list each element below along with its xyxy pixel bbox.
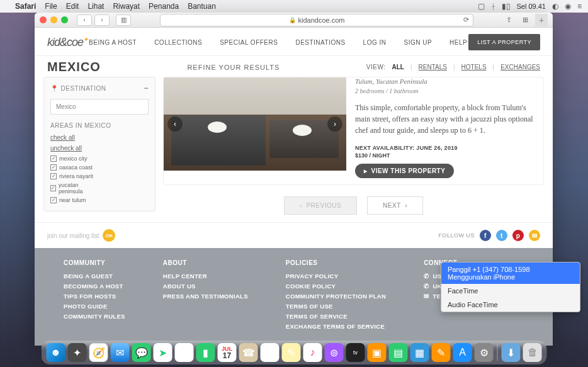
newsletter-submit-button[interactable]: OK [103, 229, 115, 242]
nav-collections[interactable]: COLLECTIONS [154, 39, 202, 46]
tab-all[interactable]: ALL [392, 64, 404, 71]
menubar-item[interactable]: Penanda [149, 2, 179, 11]
footer-link[interactable]: COMMUNITY RULES [64, 313, 125, 320]
dock-books-icon[interactable]: ▣ [368, 343, 387, 362]
dock-reminders-icon[interactable]: ≡ [261, 343, 280, 362]
share-icon[interactable]: ⇪ [502, 15, 515, 25]
footer-link[interactable]: PRIVACY POLICY [286, 273, 386, 279]
menubar-clock[interactable]: Sel 09.41 [517, 3, 546, 10]
footer-link[interactable]: PRESS AND TESTIMONIALS [163, 293, 248, 300]
nav-log-in[interactable]: LOG IN [363, 39, 387, 46]
dock-keynote-icon[interactable]: ▦ [410, 343, 429, 362]
dock-notes-icon[interactable]: ✎ [282, 343, 301, 362]
facebook-icon[interactable]: f [480, 230, 491, 241]
nav-destinations[interactable]: DESTINATIONS [295, 39, 345, 46]
collapse-icon[interactable]: − [144, 84, 149, 93]
footer-link[interactable]: TERMS OF SERVICE [286, 313, 386, 320]
next-page-button[interactable]: NEXT › [367, 196, 423, 215]
dock-trash-icon[interactable]: 🗑 [523, 343, 542, 362]
battery-icon[interactable]: ▮▯ [502, 2, 511, 11]
tab-exchanges[interactable]: EXCHANGES [500, 64, 540, 71]
spotlight-icon[interactable]: ◐ [552, 2, 558, 11]
site-logo[interactable]: kid&coe✦ [47, 36, 88, 49]
dock-appstore-icon[interactable]: A [453, 343, 472, 362]
dock-tv-icon[interactable]: tv [346, 343, 365, 362]
close-window-button[interactable] [40, 16, 47, 23]
footer-link[interactable]: BECOMING A HOST [64, 283, 125, 290]
dock-photos-icon[interactable]: ✿ [175, 343, 194, 362]
menubar-app[interactable]: Safari [15, 2, 36, 11]
pinterest-icon[interactable]: p [512, 230, 524, 241]
footer-link[interactable]: COOKIE POLICY [286, 283, 386, 290]
footer-link[interactable]: EXCHANGE TERMS OF SERVICE [286, 323, 386, 330]
notification-center-icon[interactable]: ≡ [577, 2, 582, 11]
menubar-item[interactable]: Riwayat [113, 2, 140, 11]
mail-icon[interactable]: ✉ [529, 230, 540, 241]
dock-pages-icon[interactable]: ✎ [432, 343, 451, 362]
forward-button[interactable]: › [94, 14, 110, 26]
footer-link[interactable]: BEING A GUEST [64, 273, 125, 279]
dock-podcasts-icon[interactable]: ⊚ [325, 343, 344, 362]
dock-downloads-icon[interactable]: ⬇ [502, 343, 521, 362]
dock-launchpad-icon[interactable]: ✦ [68, 343, 87, 362]
nav-being-a-host[interactable]: BEING A HOST [89, 39, 137, 46]
menubar-item[interactable]: Lihat [88, 2, 104, 11]
nav-sign-up[interactable]: SIGN UP [404, 39, 432, 46]
tab-hotels[interactable]: HOTELS [461, 64, 487, 71]
sidebar-toggle-button[interactable]: ▥ [116, 14, 131, 26]
dock-maps-icon[interactable]: ➤ [154, 343, 172, 362]
destination-input[interactable] [50, 99, 149, 115]
check-oaxaca-coast[interactable]: ✓oaxaca coast [50, 164, 98, 171]
menubar-item[interactable]: File [45, 2, 57, 11]
dock-mail-icon[interactable]: ✉ [111, 343, 130, 362]
reload-icon[interactable]: ⟳ [463, 16, 469, 24]
wifi-icon[interactable]: ⟊ [491, 2, 495, 11]
nav-help[interactable]: HELP [449, 39, 467, 46]
siri-icon[interactable]: ◉ [565, 2, 571, 11]
ctx-audio-facetime[interactable]: Audio FaceTime [441, 298, 580, 312]
site-header: kid&coe✦ BEING A HOST COLLECTIONS SPECIA… [35, 28, 553, 56]
check-near-tulum[interactable]: ✓near tulum [50, 197, 98, 203]
carousel-prev-button[interactable]: ‹ [167, 116, 183, 132]
check-yucatan-peninsula[interactable]: ✓yucatan peninsula [50, 182, 98, 195]
dock-preferences-icon[interactable]: ⚙ [475, 343, 494, 362]
footer-link[interactable]: ABOUT US [163, 283, 248, 290]
dock-facetime-icon[interactable]: ▮ [196, 343, 215, 362]
dock-safari-icon[interactable]: 🧭 [89, 343, 108, 362]
ctx-call-iphone[interactable]: Panggil +1 (347) 708-1598 Menggunakan iP… [441, 263, 580, 284]
dock-numbers-icon[interactable]: ▤ [389, 343, 408, 362]
check-mexico-city[interactable]: ✓mexico city [50, 155, 98, 162]
tabs-icon[interactable]: ⊞ [519, 15, 531, 25]
nav-special-offers[interactable]: SPECIAL OFFERS [220, 39, 278, 46]
carousel-next-button[interactable]: › [327, 116, 342, 132]
twitter-icon[interactable]: t [496, 230, 507, 241]
footer-link[interactable]: HELP CENTER [163, 273, 248, 279]
minimize-window-button[interactable] [50, 16, 57, 23]
uncheck-all-link[interactable]: uncheck all [50, 145, 149, 152]
airplay-icon[interactable]: ▢ [478, 2, 485, 11]
footer-link[interactable]: TERMS OF USE [286, 303, 386, 310]
tab-rentals[interactable]: RENTALS [419, 64, 447, 71]
back-button[interactable]: ‹ [77, 14, 92, 26]
check-all-link[interactable]: check all [50, 134, 149, 141]
footer-link[interactable]: TIPS FOR HOSTS [64, 293, 125, 300]
list-property-button[interactable]: LIST A PROPERTY [468, 34, 540, 50]
footer-link[interactable]: PHOTO GUIDE [64, 303, 125, 310]
check-riviera-nayarit[interactable]: ✓riviera nayarit [50, 173, 98, 179]
dock-music-icon[interactable]: ♪ [303, 343, 322, 362]
footer-link[interactable]: COMMUNITY PROTECTION PLAN [286, 293, 386, 300]
menubar-item[interactable]: Edit [66, 2, 79, 11]
dock-calendar-icon[interactable]: JUL17 [218, 343, 237, 362]
destination-label: DESTINATION [61, 85, 106, 92]
dock-messages-icon[interactable]: 💬 [132, 343, 151, 362]
maximize-window-button[interactable] [61, 16, 68, 23]
view-label: VIEW: [366, 64, 386, 71]
newsletter-input[interactable]: join our mailing list [47, 232, 99, 239]
menubar-item[interactable]: Bantuan [188, 2, 216, 11]
new-tab-button[interactable]: + [535, 14, 548, 26]
dock-finder-icon[interactable]: ☻ [47, 343, 65, 362]
ctx-facetime[interactable]: FaceTime [441, 284, 580, 298]
dock-contacts-icon[interactable]: ☎ [239, 343, 258, 362]
view-property-button[interactable]: ▸VIEW THIS PROPERTY [355, 164, 454, 178]
address-bar[interactable]: 🔒 kidandcoe.com ⟳ [160, 14, 473, 26]
